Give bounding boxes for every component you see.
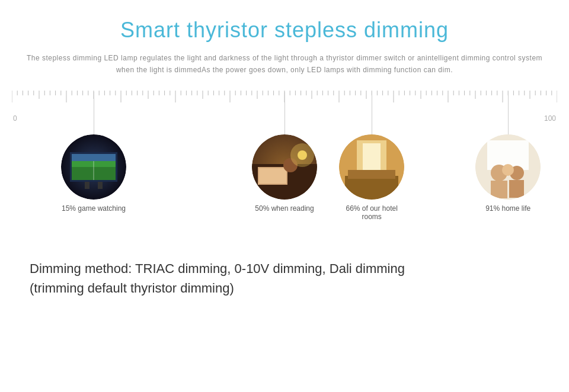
dimming-method-line2: (trimming default thyristor dimming) xyxy=(30,278,539,298)
scene-image-game-watching xyxy=(61,134,126,200)
image-label-hotel-rooms: 66% of our hotel rooms xyxy=(339,204,404,221)
image-label-when-reading: 50% when reading xyxy=(255,204,314,213)
image-label-home-life: 91% home life xyxy=(485,204,530,213)
images-row: 15% game watching50% when reading66% of … xyxy=(12,134,557,223)
dimming-ruler-section: 0 100 15% game watching50% when reading6… xyxy=(12,91,557,223)
image-label-game-watching: 15% game watching xyxy=(62,204,126,213)
ruler-max-label: 100 xyxy=(544,114,556,123)
dimming-method-section: Dimming method: TRIAC dimming, 0-10V dim… xyxy=(12,247,557,310)
dimming-method-line1: Dimming method: TRIAC dimming, 0-10V dim… xyxy=(30,259,539,278)
image-item-home-life: 91% home life xyxy=(475,134,541,213)
page-title: Smart thyristor stepless dimming xyxy=(12,18,557,43)
dimming-method-text: Dimming method: TRIAC dimming, 0-10V dim… xyxy=(30,259,539,298)
scene-image-home-life xyxy=(475,134,541,200)
page-container: Smart thyristor stepless dimming The ste… xyxy=(0,0,569,322)
page-description: The stepless dimming LED lamp regulates … xyxy=(12,52,557,76)
scene-image-hotel-rooms xyxy=(339,134,404,200)
image-item-when-reading: 50% when reading xyxy=(252,134,317,213)
ruler-min-label: 0 xyxy=(13,114,17,123)
scene-image-when-reading xyxy=(252,134,317,200)
image-item-game-watching: 15% game watching xyxy=(61,134,126,213)
image-item-hotel-rooms: 66% of our hotel rooms xyxy=(339,134,404,221)
